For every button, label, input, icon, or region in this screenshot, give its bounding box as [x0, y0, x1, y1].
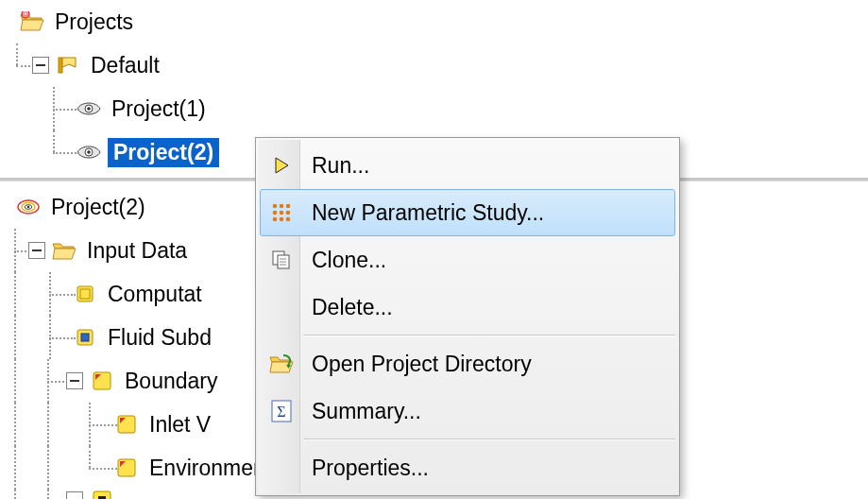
project-context-menu: Run... New Parametric Study... Clo — [255, 137, 680, 496]
svg-point-24 — [280, 211, 284, 215]
menu-new-parametric-study[interactable]: New Parametric Study... — [260, 189, 675, 236]
box-marked-icon — [89, 368, 115, 394]
svg-point-20 — [273, 204, 278, 209]
menu-clone[interactable]: Clone... — [260, 236, 675, 284]
svg-point-27 — [280, 217, 284, 222]
menu-new-parametric-study-label: New Parametric Study... — [312, 200, 544, 226]
project-2-label: Project(2) — [108, 138, 219, 167]
svg-text:Σ: Σ — [277, 404, 285, 420]
eye-icon — [76, 139, 102, 165]
box-yellow-icon — [89, 490, 115, 499]
menu-separator-1 — [303, 335, 675, 336]
tree-row-project-1[interactable]: Project(1) — [0, 87, 868, 130]
svg-point-22 — [286, 204, 291, 209]
grid-dots-icon — [268, 199, 295, 226]
cube-blue-icon — [72, 324, 98, 351]
svg-point-26 — [273, 217, 278, 222]
menu-delete-label: Delete... — [312, 295, 393, 320]
projects-root-label: Projects — [51, 9, 137, 35]
boundary-conditions-label: Boundary — [121, 369, 221, 394]
svg-rect-11 — [77, 286, 93, 301]
menu-properties[interactable]: Properties... — [260, 444, 675, 491]
svg-point-1 — [24, 12, 27, 16]
blank-icon — [268, 455, 295, 481]
menu-run-label: Run... — [312, 153, 369, 179]
menu-summary[interactable]: Σ Summary... — [260, 387, 675, 435]
svg-point-4 — [87, 107, 91, 111]
menu-summary-label: Summary... — [312, 399, 421, 424]
copy-icon — [268, 247, 295, 273]
folder-open-arrow-icon — [268, 351, 295, 377]
tree-row-default[interactable]: Default — [0, 43, 868, 87]
svg-point-21 — [280, 204, 284, 209]
eye-ring-icon — [15, 194, 42, 220]
svg-point-25 — [286, 211, 291, 215]
svg-rect-2 — [59, 58, 62, 73]
svg-point-23 — [273, 211, 278, 215]
svg-point-10 — [27, 206, 30, 209]
cube-yellow-icon — [72, 281, 98, 307]
default-config-label: Default — [87, 53, 163, 78]
input-data-label: Input Data — [83, 238, 191, 264]
expander-minus-boundary[interactable] — [66, 372, 83, 389]
menu-open-project-directory-label: Open Project Directory — [312, 352, 532, 377]
fluid-subdomains-label: Fluid Subd — [104, 325, 215, 351]
menu-run[interactable]: Run... — [260, 142, 675, 189]
tree-row-projects-root[interactable]: Projects — [0, 0, 868, 43]
tag-icon — [55, 52, 81, 78]
play-icon — [268, 152, 295, 179]
expander-minus-cutoff[interactable] — [66, 491, 83, 499]
box-marked-icon — [113, 411, 140, 438]
menu-properties-label: Properties... — [312, 456, 429, 481]
folder-open-icon — [51, 237, 77, 264]
menu-clone-label: Clone... — [312, 248, 386, 273]
blank-icon — [268, 294, 295, 320]
svg-point-6 — [87, 150, 91, 154]
folder-open-icon — [19, 9, 45, 35]
menu-separator-2 — [303, 439, 675, 440]
computational-domain-label: Computat — [104, 282, 206, 307]
inlet-velocity-label: Inlet V — [145, 412, 214, 438]
eye-icon — [76, 95, 102, 122]
menu-delete[interactable]: Delete... — [260, 284, 675, 331]
expander-minus-input-data[interactable] — [28, 242, 45, 259]
menu-open-project-directory[interactable]: Open Project Directory — [260, 340, 675, 387]
svg-point-28 — [286, 217, 291, 222]
expander-minus-default[interactable] — [32, 57, 49, 74]
project-1-label: Project(1) — [108, 96, 210, 122]
sigma-icon: Σ — [268, 398, 295, 424]
svg-rect-14 — [81, 334, 89, 341]
box-marked-icon — [113, 455, 140, 481]
project2-root-label: Project(2) — [47, 195, 149, 220]
